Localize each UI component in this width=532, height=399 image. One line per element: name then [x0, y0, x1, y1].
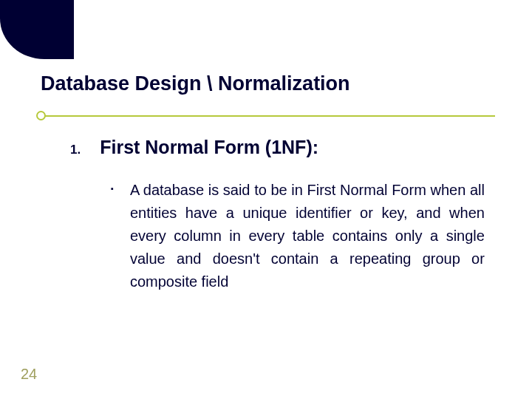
- divider-circle-icon: [36, 111, 46, 120]
- slide-title: Database Design \ Normalization: [41, 72, 350, 95]
- item-heading: First Normal Form (1NF):: [100, 137, 318, 158]
- divider-line: [44, 115, 495, 117]
- divider: [0, 107, 532, 122]
- slide: Database Design \ Normalization 1. First…: [0, 0, 532, 399]
- square-bullet-icon: ▪: [111, 179, 114, 193]
- decorative-corner: [0, 0, 532, 59]
- content-body: 1. First Normal Form (1NF): ▪ A database…: [70, 137, 491, 293]
- item-number: 1.: [70, 143, 81, 157]
- bullet-text: A database is said to be in First Normal…: [130, 179, 485, 293]
- page-number: 24: [21, 366, 37, 383]
- numbered-item: 1. First Normal Form (1NF):: [70, 137, 491, 158]
- bullet-item: ▪ A database is said to be in First Norm…: [111, 179, 491, 293]
